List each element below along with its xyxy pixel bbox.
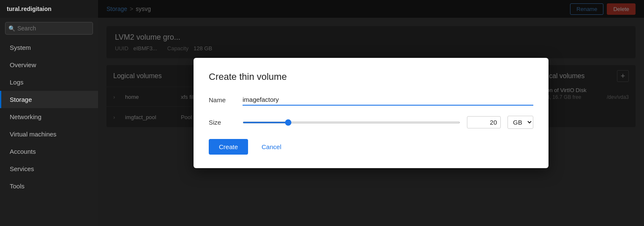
- modal-create-button[interactable]: Create: [209, 139, 248, 155]
- size-unit-select[interactable]: MB GB TB: [508, 116, 533, 129]
- sidebar-nav: System Overview Logs Storage Networking …: [0, 39, 98, 226]
- sidebar-item-system[interactable]: System: [0, 39, 98, 56]
- sidebar-item-accounts[interactable]: Accounts: [0, 143, 98, 160]
- sidebar-item-tools[interactable]: Tools: [0, 177, 98, 195]
- sidebar-item-services[interactable]: Services: [0, 160, 98, 177]
- modal-cancel-button[interactable]: Cancel: [255, 139, 288, 155]
- sidebar: tural.redigitaion 🔍 System Overview Logs…: [0, 0, 98, 226]
- modal-size-row: MB GB TB: [243, 116, 533, 129]
- create-thin-volume-modal: Create thin volume Name Size MB GB TB: [194, 58, 548, 168]
- search-icon: 🔍: [8, 25, 15, 32]
- sidebar-item-storage[interactable]: Storage: [0, 91, 98, 108]
- size-number-input[interactable]: [467, 116, 501, 128]
- sidebar-item-virtual-machines[interactable]: Virtual machines: [0, 125, 98, 143]
- modal-name-input[interactable]: [243, 94, 533, 106]
- modal-overlay: Create thin volume Name Size MB GB TB: [98, 0, 644, 226]
- sidebar-item-overview[interactable]: Overview: [0, 56, 98, 74]
- modal-size-label: Size: [209, 119, 243, 126]
- modal-name-field: Name: [209, 94, 533, 106]
- logo: tural.redigitaion: [0, 0, 98, 18]
- modal-title: Create thin volume: [209, 71, 533, 82]
- modal-size-field: Size MB GB TB: [209, 116, 533, 129]
- search-container: 🔍: [0, 18, 98, 39]
- logo-text: tural.redigitaion: [7, 5, 52, 12]
- modal-name-label: Name: [209, 96, 243, 103]
- search-input[interactable]: [5, 22, 93, 35]
- size-slider[interactable]: [243, 122, 460, 123]
- modal-actions: Create Cancel: [209, 139, 533, 155]
- sidebar-item-logs[interactable]: Logs: [0, 74, 98, 91]
- sidebar-item-networking[interactable]: Networking: [0, 108, 98, 125]
- main-content: Storage > sysvg Rename Delete LVM2 volum…: [98, 0, 644, 226]
